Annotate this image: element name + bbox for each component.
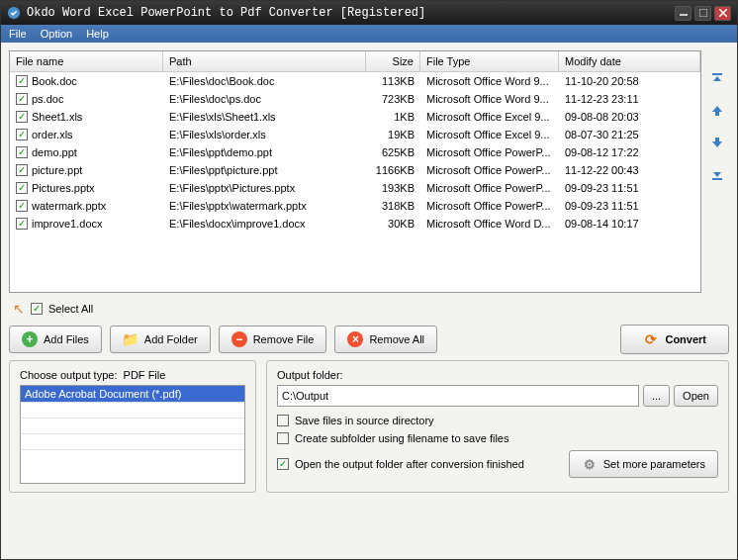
table-row[interactable]: ✓Sheet1.xlsE:\Files\xls\Sheet1.xls1KBMic… — [10, 108, 700, 126]
row-checkbox[interactable]: ✓ — [16, 164, 28, 176]
move-up-button[interactable] — [708, 102, 726, 120]
remove-all-button[interactable]: ×Remove All — [334, 326, 437, 353]
minimize-button[interactable] — [675, 6, 692, 21]
table-row[interactable]: ✓ps.docE:\Files\doc\ps.doc723KBMicrosoft… — [10, 90, 700, 108]
menu-file[interactable]: File — [9, 28, 27, 40]
cell-path: E:\Files\pptx\Pictures.pptx — [163, 180, 366, 196]
table-row[interactable]: ✓Pictures.pptxE:\Files\pptx\Pictures.ppt… — [10, 179, 700, 197]
row-checkbox[interactable]: ✓ — [16, 182, 28, 194]
cell-filename: picture.ppt — [32, 164, 82, 176]
folder-icon: 📁 — [123, 331, 138, 347]
app-icon — [7, 6, 21, 20]
menu-help[interactable]: Help — [86, 28, 109, 40]
header-filename[interactable]: File name — [10, 51, 163, 71]
table-row[interactable]: ✓watermark.pptxE:\Files\pptx\watermark.p… — [10, 197, 700, 215]
add-files-button[interactable]: +Add Files — [9, 326, 102, 353]
header-filetype[interactable]: File Type — [420, 51, 559, 71]
convert-button[interactable]: ⟳Convert — [620, 325, 729, 354]
reorder-buttons — [705, 50, 729, 293]
output-type-label: Choose output type: PDF File — [20, 369, 245, 381]
table-row[interactable]: ✓order.xlsE:\Files\xls\order.xls19KBMicr… — [10, 126, 700, 143]
remove-file-button[interactable]: −Remove File — [219, 326, 327, 353]
titlebar: Okdo Word Excel PowerPoint to Pdf Conver… — [1, 1, 737, 25]
app-window: Okdo Word Excel PowerPoint to Pdf Conver… — [0, 0, 738, 560]
header-size[interactable]: Size — [366, 51, 420, 71]
move-down-button[interactable] — [708, 134, 726, 151]
cell-type: Microsoft Office PowerP... — [420, 198, 559, 214]
select-all-label: Select All — [48, 303, 93, 315]
cell-type: Microsoft Office Excel 9... — [420, 127, 559, 142]
convert-icon: ⟳ — [643, 331, 659, 347]
add-folder-button[interactable]: 📁Add Folder — [110, 326, 211, 353]
row-checkbox[interactable]: ✓ — [16, 111, 28, 123]
x-icon: × — [347, 331, 363, 347]
cell-path: E:\Files\doc\Book.doc — [163, 73, 366, 89]
output-type-selected[interactable]: Adobe Acrobat Document (*.pdf) — [21, 386, 244, 402]
row-checkbox[interactable]: ✓ — [16, 218, 28, 230]
select-all-checkbox[interactable]: ✓ — [31, 303, 43, 315]
row-checkbox[interactable]: ✓ — [16, 146, 28, 158]
cell-filename: demo.ppt — [32, 146, 77, 158]
output-type-list[interactable]: Adobe Acrobat Document (*.pdf) — [20, 385, 245, 484]
menubar: File Option Help — [1, 25, 737, 43]
window-title: Okdo Word Excel PowerPoint to Pdf Conver… — [27, 6, 675, 20]
cell-date: 09-09-23 11:51 — [559, 180, 700, 196]
cell-filename: Pictures.pptx — [32, 182, 95, 194]
file-list: File name Path Size File Type Modify dat… — [9, 50, 701, 293]
cell-type: Microsoft Office PowerP... — [420, 162, 559, 178]
row-checkbox[interactable]: ✓ — [16, 200, 28, 212]
select-all-row: ↖ ✓ Select All — [9, 299, 729, 319]
cell-filename: ps.doc — [32, 93, 63, 105]
row-checkbox[interactable]: ✓ — [16, 93, 28, 105]
open-after-label: Open the output folder after conversion … — [295, 458, 524, 470]
cell-type: Microsoft Office Word 9... — [420, 91, 559, 107]
cell-date: 09-08-14 10:17 — [559, 216, 700, 232]
save-source-checkbox[interactable]: ✓ — [277, 415, 289, 426]
set-more-parameters-button[interactable]: ⚙Set more parameters — [569, 450, 718, 478]
cell-size: 193KB — [366, 180, 420, 196]
cell-date: 09-08-08 20:03 — [559, 109, 700, 125]
open-folder-button[interactable]: Open — [674, 385, 718, 407]
cell-path: E:\Files\doc\ps.doc — [163, 91, 366, 107]
header-modifydate[interactable]: Modify date — [559, 51, 700, 71]
output-folder-input[interactable] — [277, 385, 639, 407]
table-row[interactable]: ✓improve1.docxE:\Files\docx\improve1.doc… — [10, 215, 700, 233]
cell-type: Microsoft Office PowerP... — [420, 144, 559, 160]
cell-date: 08-07-30 21:25 — [559, 127, 700, 142]
cell-filename: improve1.docx — [32, 218, 103, 230]
table-row[interactable]: ✓picture.pptE:\Files\ppt\picture.ppt1166… — [10, 161, 700, 179]
cell-type: Microsoft Office Word D... — [420, 216, 559, 232]
svg-rect-1 — [680, 14, 688, 16]
cell-type: Microsoft Office PowerP... — [420, 180, 559, 196]
cell-filename: watermark.pptx — [32, 200, 106, 212]
close-button[interactable] — [714, 6, 731, 21]
content: File name Path Size File Type Modify dat… — [1, 43, 737, 559]
header-path[interactable]: Path — [163, 51, 366, 71]
move-top-button[interactable] — [708, 70, 726, 88]
cell-path: E:\Files\pptx\watermark.pptx — [163, 198, 366, 214]
table-row[interactable]: ✓demo.pptE:\Files\ppt\demo.ppt625KBMicro… — [10, 143, 700, 161]
output-folder-panel: Output folder: ... Open ✓Save files in s… — [266, 360, 729, 493]
cell-path: E:\Files\ppt\picture.ppt — [163, 162, 366, 178]
create-subfolder-checkbox[interactable]: ✓ — [277, 432, 289, 444]
cell-size: 723KB — [366, 91, 420, 107]
output-folder-label: Output folder: — [277, 369, 718, 381]
toolbar: +Add Files 📁Add Folder −Remove File ×Rem… — [9, 325, 729, 354]
cell-path: E:\Files\xls\Sheet1.xls — [163, 109, 366, 125]
maximize-button[interactable] — [694, 6, 711, 21]
row-checkbox[interactable]: ✓ — [16, 75, 28, 87]
output-type-panel: Choose output type: PDF File Adobe Acrob… — [9, 360, 256, 493]
create-subfolder-label: Create subfolder using filename to save … — [295, 432, 508, 444]
cell-date: 11-12-23 23:11 — [559, 91, 700, 107]
menu-option[interactable]: Option — [41, 28, 72, 40]
file-list-header: File name Path Size File Type Modify dat… — [10, 51, 700, 72]
cell-size: 318KB — [366, 198, 420, 214]
row-checkbox[interactable]: ✓ — [16, 129, 28, 140]
cell-date: 09-09-23 11:51 — [559, 198, 700, 214]
open-after-checkbox[interactable]: ✓ — [277, 458, 289, 470]
table-row[interactable]: ✓Book.docE:\Files\doc\Book.doc113KBMicro… — [10, 72, 700, 90]
browse-button[interactable]: ... — [643, 385, 670, 407]
cell-size: 625KB — [366, 144, 420, 160]
move-bottom-button[interactable] — [708, 165, 726, 183]
cell-path: E:\Files\xls\order.xls — [163, 127, 366, 142]
